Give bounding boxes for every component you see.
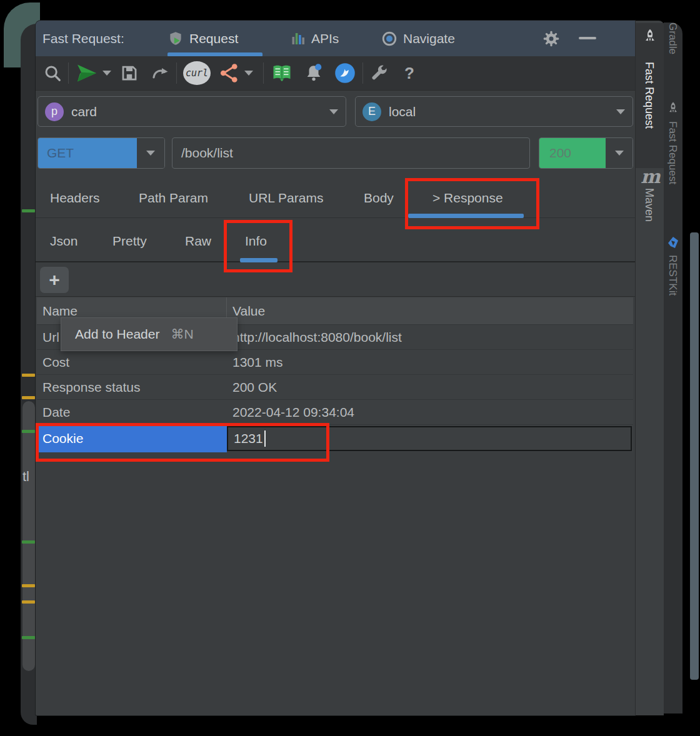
table-row[interactable]: Cost 1301 ms [37, 350, 633, 375]
gutter-mark [22, 600, 35, 604]
shield-run-icon [168, 31, 184, 47]
gutter-mark [22, 396, 35, 399]
tab-navigate[interactable]: Navigate [381, 21, 455, 56]
row-name: Date [37, 400, 227, 424]
add-to-header-tooltip[interactable]: Add to Header ⌘N [61, 317, 238, 351]
project-select[interactable]: p card [38, 96, 346, 127]
environment-badge-icon: E [362, 102, 381, 121]
tab-request-label: Request [189, 31, 238, 46]
info-toolbar: + [36, 264, 635, 297]
toolbar-separator [263, 62, 264, 84]
chevron-down-icon [329, 109, 338, 114]
rocket-icon [666, 101, 681, 116]
maven-m-icon: m [641, 166, 661, 187]
panel-header: Fast Request: Request APIs [36, 21, 635, 56]
tab-apis[interactable]: APIs [291, 21, 339, 56]
curl-label: curl [186, 67, 208, 79]
notifications-bell-icon[interactable] [302, 62, 325, 84]
table-row[interactable]: Response status 200 OK [37, 375, 633, 400]
tab-path-param[interactable]: Path Param [139, 191, 208, 206]
share-icon[interactable] [218, 61, 241, 86]
annotation-box-info-tab [224, 220, 292, 272]
background-stripe-fast-request[interactable]: Fast Request [666, 121, 679, 184]
background-edge-strip [690, 232, 699, 680]
bird-badge-icon[interactable] [334, 62, 356, 84]
row-name: Response status [37, 375, 227, 399]
project-badge-icon: p [45, 102, 64, 121]
environment-select-value: local [389, 104, 612, 119]
editor-text-fragment: tl [22, 469, 29, 485]
bars-icon [291, 31, 306, 46]
request-tabs: Headers Path Param URL Params Body > Res… [36, 177, 635, 218]
tab-request[interactable]: Request [168, 21, 238, 56]
response-view-tabs: Json Pretty Raw Info [36, 219, 635, 262]
background-stripe-restkit[interactable]: RESTKit [666, 255, 679, 296]
column-header-value[interactable]: Value [227, 304, 265, 319]
restkit-icon [666, 235, 681, 250]
target-icon [381, 31, 398, 47]
gutter-mark [22, 430, 35, 433]
docs-book-icon[interactable] [270, 62, 294, 84]
search-icon[interactable] [43, 64, 62, 82]
chevron-down-icon [146, 151, 155, 156]
environment-select[interactable]: E local [355, 96, 633, 127]
tooltip-label: Add to Header [75, 327, 159, 342]
send-icon[interactable] [75, 62, 99, 84]
annotation-box-cookie-row [36, 423, 329, 462]
stripe-label-maven[interactable]: Maven [642, 188, 656, 222]
chevron-down-icon [616, 109, 625, 114]
tab-navigate-label: Navigate [403, 31, 455, 46]
gutter-mark [22, 374, 35, 377]
save-icon[interactable] [120, 64, 139, 82]
add-button[interactable]: + [40, 267, 69, 293]
toolbar-separator [176, 62, 177, 84]
tab-body[interactable]: Body [364, 191, 394, 206]
tab-headers[interactable]: Headers [50, 191, 99, 206]
method-select[interactable]: GET [38, 137, 165, 169]
help-icon[interactable]: ? [398, 64, 421, 83]
action-toolbar: curl ? [36, 56, 635, 91]
status-select[interactable]: 200 [539, 137, 633, 169]
row-value: 200 OK [227, 380, 277, 395]
url-input[interactable]: /book/list [172, 137, 530, 169]
stripe-label-fast-request[interactable]: Fast Request [642, 62, 656, 129]
rocket-icon [641, 28, 659, 46]
project-select-value: card [71, 104, 326, 119]
selector-row: p card E local [36, 91, 635, 129]
tab-pretty[interactable]: Pretty [112, 234, 147, 249]
request-row: GET /book/list 200 [36, 132, 635, 173]
fast-request-panel: Fast Request: Request APIs [36, 21, 635, 715]
toolwindow-stripe: Fast Request m Maven [635, 21, 664, 715]
row-value: http://localhost:8080/book/list [227, 330, 402, 345]
row-name: Cost [37, 350, 227, 374]
gutter-mark [22, 636, 35, 639]
method-value: GET [38, 138, 137, 168]
annotation-box-response-tab [405, 178, 539, 229]
tab-raw[interactable]: Raw [185, 234, 211, 249]
wrench-icon[interactable] [369, 63, 389, 83]
toolbar-separator [68, 62, 69, 84]
gutter-mark [22, 540, 35, 544]
editor-scroll-gutter: tl [21, 24, 37, 725]
gear-icon[interactable] [542, 30, 560, 50]
tooltip-shortcut: ⌘N [171, 327, 193, 342]
tab-json[interactable]: Json [50, 234, 78, 249]
screenshot-stage: tl Gradle Fast Request RESTKit Fast Requ… [0, 0, 700, 736]
status-code: 200 [539, 138, 606, 168]
table-row[interactable]: Date 2022-04-12 09:34:04 [37, 400, 633, 425]
redo-icon[interactable] [150, 64, 170, 82]
minimize-icon[interactable] [579, 37, 596, 39]
background-toolwindow-stripe: Gradle Fast Request RESTKit [664, 22, 682, 714]
chevron-down-icon [615, 151, 624, 156]
tab-apis-label: APIs [311, 31, 339, 46]
background-stripe-gradle[interactable]: Gradle [666, 22, 679, 54]
toolbar-separator [362, 62, 363, 84]
curl-icon[interactable]: curl [183, 61, 211, 85]
scrollbar-thumb[interactable] [22, 401, 35, 671]
row-value: 1301 ms [227, 355, 283, 370]
panel-title: Fast Request: [42, 31, 124, 46]
send-dropdown-icon[interactable] [102, 71, 111, 76]
share-dropdown-icon[interactable] [244, 71, 253, 76]
row-value: 2022-04-12 09:34:04 [227, 405, 354, 420]
tab-url-params[interactable]: URL Params [249, 191, 323, 206]
